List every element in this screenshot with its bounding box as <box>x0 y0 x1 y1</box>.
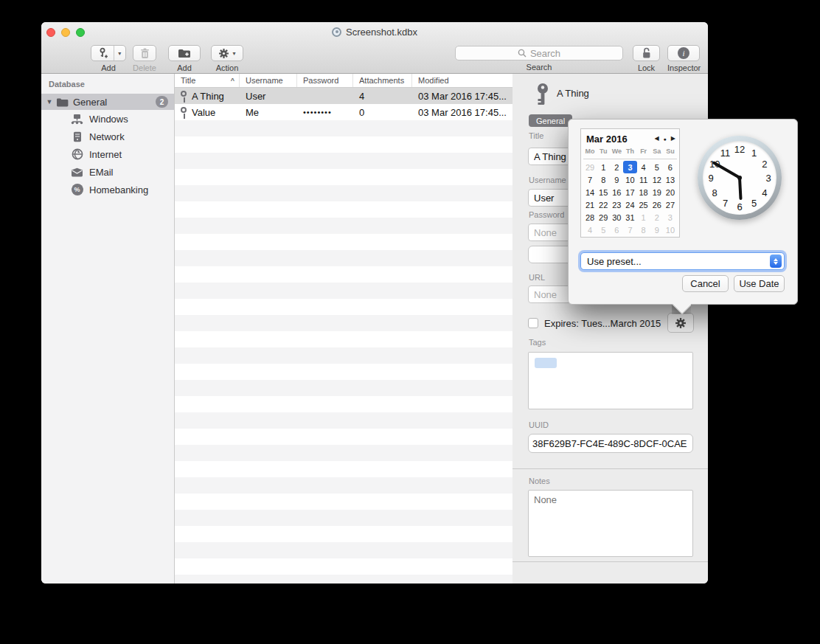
entry-count-badge: 2 <box>156 96 168 108</box>
calendar-day[interactable]: 5 <box>597 224 610 236</box>
calendar-day[interactable]: 22 <box>597 198 610 211</box>
calendar-day-selected[interactable]: 3 <box>623 161 636 173</box>
expires-date-gear-button[interactable] <box>667 313 694 333</box>
calendar-day[interactable]: 14 <box>583 186 597 198</box>
uuid-field[interactable] <box>528 434 693 453</box>
clock: 123456789101112 <box>698 136 782 220</box>
calendar-day[interactable]: 13 <box>664 173 677 186</box>
sidebar-item-general[interactable]: ▼ General 2 <box>41 94 174 110</box>
table-row[interactable]: ValueMe••••••••003 Mar 2016 17:45... <box>175 104 512 120</box>
sidebar-item-network[interactable]: Network <box>41 128 174 145</box>
inspector-label: Inspector <box>667 63 700 72</box>
calendar-day[interactable]: 9 <box>610 173 623 186</box>
sidebar-item-label: Windows <box>89 114 128 125</box>
column-header-attachments[interactable]: Attachments <box>353 74 412 87</box>
calendar-day[interactable]: 2 <box>610 161 623 173</box>
inspector-button[interactable]: i <box>667 45 700 61</box>
calendar-day[interactable]: 18 <box>637 186 650 198</box>
calendar-day[interactable]: 10 <box>664 224 677 236</box>
uuid-label: UUID <box>529 420 549 429</box>
calendar-day[interactable]: 29 <box>583 161 597 173</box>
calendar-day[interactable]: 16 <box>610 186 623 198</box>
calendar-day[interactable]: 17 <box>623 186 636 198</box>
calendar-day[interactable]: 6 <box>610 224 623 236</box>
calendar-day[interactable]: 7 <box>583 173 597 186</box>
disclosure-triangle-icon[interactable]: ▼ <box>43 98 56 105</box>
calendar-day[interactable]: 5 <box>650 161 664 173</box>
calendar-day[interactable]: 20 <box>664 186 677 198</box>
preset-select[interactable]: Use preset... <box>580 252 785 270</box>
sidebar-item-windows[interactable]: Windows <box>41 110 174 128</box>
calendar-day[interactable]: 31 <box>623 211 636 224</box>
calendar-day[interactable]: 4 <box>583 224 597 236</box>
clock-number: 12 <box>734 144 745 155</box>
calendar-day[interactable]: 27 <box>664 198 677 211</box>
sidebar-item-email[interactable]: EMail <box>41 163 174 181</box>
calendar-day[interactable]: 10 <box>623 173 636 186</box>
tab-general[interactable]: General <box>529 114 572 127</box>
calendar-day[interactable]: 1 <box>597 161 610 173</box>
use-date-button[interactable]: Use Date <box>734 275 785 292</box>
gear-icon <box>675 317 687 329</box>
calendar-day[interactable]: 25 <box>637 198 650 211</box>
title-field-label: Title <box>529 131 543 140</box>
table-row[interactable]: A ThingUser403 Mar 2016 17:45... <box>175 88 512 104</box>
tag-pill[interactable] <box>535 358 557 368</box>
clock-face: 123456789101112 <box>703 141 776 215</box>
column-header-password[interactable]: Password <box>297 74 353 87</box>
calendar-day[interactable]: 24 <box>623 198 636 211</box>
calendar-day[interactable]: 29 <box>597 211 610 224</box>
calendar-day[interactable]: 15 <box>597 186 610 198</box>
divider <box>583 159 677 159</box>
calendar-day[interactable]: 9 <box>650 224 664 236</box>
cancel-button[interactable]: Cancel <box>682 275 729 292</box>
calendar-day[interactable]: 23 <box>610 198 623 211</box>
titlebar[interactable]: Screenshot.kdbx <box>41 22 708 41</box>
expires-checkbox[interactable] <box>528 318 538 328</box>
calendar-day[interactable]: 21 <box>583 198 597 211</box>
calendar-day[interactable]: 4 <box>637 161 650 173</box>
table-empty-row <box>175 445 512 461</box>
table-empty-row <box>175 380 512 396</box>
calendar-day[interactable]: 28 <box>583 211 597 224</box>
add-entry-dropdown[interactable]: ▾ <box>114 46 125 60</box>
calendar-day[interactable]: 12 <box>650 173 664 186</box>
next-month-icon[interactable]: ▶ <box>671 136 675 142</box>
table-empty-row <box>175 185 512 201</box>
sidebar-item-homebanking[interactable]: % Homebanking <box>41 181 174 198</box>
calendar-day[interactable]: 6 <box>664 161 677 173</box>
add-group-button[interactable] <box>168 45 201 61</box>
search-input[interactable]: Search <box>455 46 623 60</box>
tags-label: Tags <box>529 338 546 347</box>
action-button[interactable]: ▾ <box>211 45 243 61</box>
calendar-day[interactable]: 8 <box>637 224 650 236</box>
notes-field[interactable] <box>528 490 693 557</box>
weekday-label: Th <box>623 148 636 157</box>
document-proxy-icon[interactable] <box>332 27 341 37</box>
sidebar-item-internet[interactable]: Internet <box>41 145 174 163</box>
gear-icon <box>218 48 229 59</box>
calendar-day[interactable]: 26 <box>650 198 664 211</box>
calendar-day[interactable]: 11 <box>637 173 650 186</box>
clock-number: 2 <box>762 158 767 169</box>
calendar-day[interactable]: 1 <box>637 211 650 224</box>
tags-field[interactable] <box>528 352 693 409</box>
today-dot-icon[interactable]: ● <box>664 136 667 142</box>
calendar-day[interactable]: 8 <box>597 173 610 186</box>
calendar-grid: 2912345678910111213141516171819202122232… <box>583 161 677 235</box>
calendar-nav: ◀ ● ▶ <box>654 136 675 142</box>
envelope-icon <box>71 166 83 179</box>
column-header-title[interactable]: Title ^ <box>175 74 240 87</box>
calendar-day[interactable]: 3 <box>664 211 677 224</box>
column-header-modified[interactable]: Modified <box>412 74 512 87</box>
add-entry-button[interactable]: ▾ <box>91 45 126 61</box>
prev-month-icon[interactable]: ◀ <box>654 136 659 142</box>
cell-modified: 03 Mar 2016 17:45... <box>412 107 512 118</box>
calendar-day[interactable]: 19 <box>650 186 664 198</box>
calendar-day[interactable]: 2 <box>650 211 664 224</box>
lock-button[interactable] <box>633 45 660 61</box>
column-header-username[interactable]: Username <box>240 74 297 87</box>
calendar-day[interactable]: 7 <box>623 224 636 236</box>
delete-button[interactable] <box>133 45 156 61</box>
calendar-day[interactable]: 30 <box>610 211 623 224</box>
